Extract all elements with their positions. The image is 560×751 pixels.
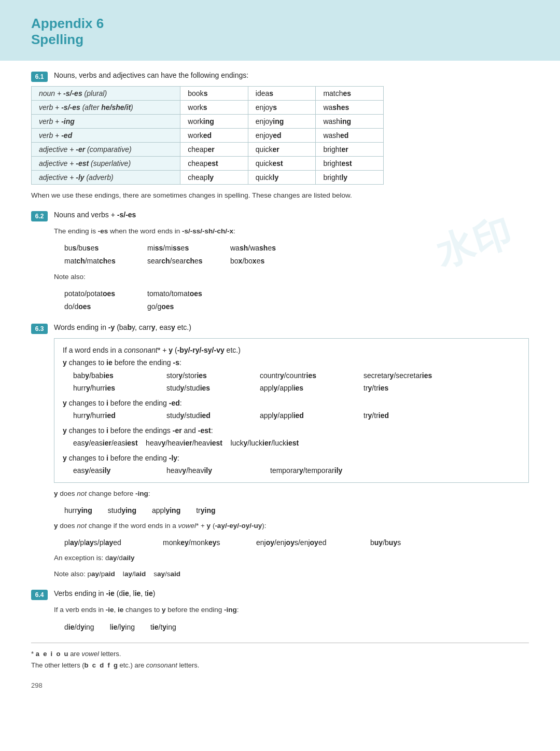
table-row: verb + -s/-es (after he/she/it) works en… (32, 101, 384, 115)
table-row: noun + -s/-es (plural) books ideas match… (32, 87, 384, 101)
example-cell: works (180, 101, 248, 115)
table-row: adjective + -ly (adverb) cheaply quickly… (32, 171, 384, 185)
not-change-vowel-examples: play/plays/played monkey/monkeys enjoy/e… (64, 536, 529, 549)
note-also: Note also: (54, 271, 529, 283)
section-64-examples: die/dying lie/lying tie/tying (64, 621, 529, 634)
rule4-examples: easy/easier/easiest heavy/heavier/heavie… (73, 437, 520, 450)
example-cell: enjoying (248, 115, 316, 129)
section-64-title: Verbs ending in -ie (die, lie, tie) (54, 589, 155, 597)
example-cell: washes (316, 101, 384, 115)
rule-cell: verb + -ed (32, 129, 180, 143)
rule5-examples: easy/easily heavy/heavily temporary/temp… (73, 464, 520, 477)
example-cell: quickly (248, 171, 316, 185)
rule-cell: verb + -ing (32, 115, 180, 129)
example-cell: brighter (316, 143, 384, 157)
badge-61: 6.1 (31, 72, 48, 82)
spelling-table: noun + -s/-es (plural) books ideas match… (31, 86, 384, 185)
section-64: 6.4 Verbs ending in -ie (die, lie, tie) … (31, 589, 529, 633)
badge-64: 6.4 (31, 590, 48, 600)
also-note: Note also: pay/paid lay/laid say/said (54, 568, 529, 580)
section-62-title: Nouns and verbs + -s/-es (54, 211, 136, 219)
example-cell: washing (316, 115, 384, 129)
example-cell: worked (180, 129, 248, 143)
example-cell: quicker (248, 143, 316, 157)
table-row: verb + -ing working enjoying washing (32, 115, 384, 129)
rule-cell: adjective + -er (comparative) (32, 143, 180, 157)
section-64-rule: If a verb ends in -ie, ie changes to y b… (54, 604, 529, 616)
rule5-title: y changes to i before the ending -ly: (63, 452, 520, 465)
badge-62: 6.2 (31, 211, 48, 221)
rule3-examples: hurry/hurried study/studied apply/applie… (73, 409, 520, 422)
section-64-content: If a verb ends in -ie, ie changes to y b… (54, 604, 529, 633)
section-63: 6.3 Words ending in -y (baby, carry, eas… (31, 323, 529, 580)
rule2-examples: baby/babies story/stories country/countr… (73, 369, 520, 395)
table-row: verb + -ed worked enjoyed washed (32, 129, 384, 143)
section-61-note: When we use these endings, there are som… (31, 190, 529, 201)
example-cell: brightest (316, 157, 384, 171)
example-cell: working (180, 115, 248, 129)
exception-note: An exception is: day/daily (54, 552, 529, 564)
section-63-box: If a word ends in a consonant* + y (-by/… (54, 338, 529, 483)
table-row: adjective + -est (superlative) cheapest … (32, 157, 384, 171)
section-61: 6.1 Nouns, verbs and adjectives can have… (31, 71, 529, 201)
example-cell: books (180, 87, 248, 101)
rule2-title: y changes to ie before the ending -s: (63, 356, 520, 369)
example-cell: cheaply (180, 171, 248, 185)
header-banner: Appendix 6 Spelling (0, 0, 560, 61)
box-rule1: If a word ends in a consonant* + y (-by/… (63, 344, 520, 357)
not-change-ing-examples: hurrying studying applying trying (64, 504, 529, 517)
page-subtitle: Spelling (31, 32, 529, 48)
badge-63: 6.3 (31, 324, 48, 334)
page-title: Appendix 6 (31, 16, 529, 32)
section-62-examples: bus/buses miss/misses wash/washes match/… (64, 242, 529, 268)
example-cell: enjoys (248, 101, 316, 115)
section-62: 6.2 Nouns and verbs + -s/-es The ending … (31, 211, 529, 314)
example-cell: cheapest (180, 157, 248, 171)
example-cell: ideas (248, 87, 316, 101)
footnote-line2: The other letters (b c d f g etc.) are c… (31, 660, 529, 671)
section-61-intro: Nouns, verbs and adjectives can have the… (54, 71, 248, 79)
example-cell: enjoyed (248, 129, 316, 143)
footnote: * a e i o u are vowel letters. The other… (31, 648, 529, 671)
rule-cell: adjective + -est (superlative) (32, 157, 180, 171)
rule-cell: adjective + -ly (adverb) (32, 171, 180, 185)
rule4-title: y changes to i before the endings -er an… (63, 424, 520, 437)
rule3-title: y changes to i before the ending -ed: (63, 397, 520, 410)
not-change-ing-rule: y does not change before -ing: (54, 488, 529, 499)
footnote-line1: * a e i o u are vowel letters. (31, 648, 529, 660)
section-62-rule: The ending is -es when the word ends in … (54, 226, 529, 237)
not-change-vowel-rule: y does not change if the word ends in a … (54, 520, 529, 532)
section-63-title: Words ending in -y (baby, carry, easy et… (54, 323, 191, 331)
rule-cell: verb + -s/-es (after he/she/it) (32, 101, 180, 115)
example-cell: brightly (316, 171, 384, 185)
page-number: 298 (31, 682, 529, 689)
example-cell: washed (316, 129, 384, 143)
table-row: adjective + -er (comparative) cheaper qu… (32, 143, 384, 157)
example-cell: quickest (248, 157, 316, 171)
example-cell: cheaper (180, 143, 248, 157)
also-examples: potato/potatoes tomato/tomatoes do/does … (64, 287, 529, 313)
rule-cell: noun + -s/-es (plural) (32, 87, 180, 101)
example-cell: matches (316, 87, 384, 101)
